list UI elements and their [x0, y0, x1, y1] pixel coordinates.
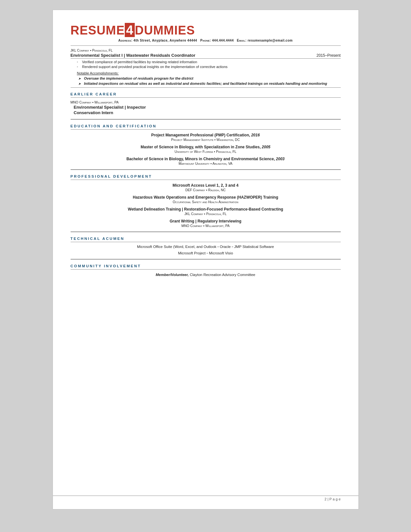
address-value: 4th Street, Anyplace, Anywhere 44444 — [133, 39, 197, 42]
notable-label: Notable Accomplishments: — [77, 71, 341, 75]
edu-institution-2: University of West Florida ▪ Pensacola, … — [71, 150, 341, 153]
phone-label: Phone: — [200, 39, 211, 42]
logo-part1: Resume — [71, 24, 125, 37]
education-header: Education and Certification — [71, 124, 341, 128]
email-label: Email: — [237, 39, 247, 42]
dev-title-4: Grant Writing | Regulatory Interviewing — [71, 219, 341, 223]
logo-part2: Dummies — [135, 24, 195, 37]
earlier-career-divider — [71, 87, 341, 88]
edu-degree-3: Bachelor of Science in Biology, Minors i… — [71, 157, 341, 161]
accomplishment-1: Oversaw the implementation of residuals … — [78, 76, 341, 80]
earlier-role-2: Conservation Intern — [74, 110, 341, 115]
community-divider-bottom — [71, 269, 341, 270]
edu-entry-3: Bachelor of Science in Biology, Minors i… — [71, 157, 341, 165]
community-divider — [71, 259, 341, 260]
job-title: Environmental Specialist I | Wastewater … — [71, 53, 195, 58]
education-divider-bottom — [71, 129, 341, 130]
tech-divider — [71, 232, 341, 232]
earlier-company: MNO Company ▪ Williamsport, PA — [71, 100, 341, 104]
dev-org-2: Occupational Safety and Health Administr… — [71, 200, 341, 204]
job-date: 2015–Present — [317, 53, 341, 58]
profdev-divider-bottom — [71, 180, 341, 180]
community-text: Member/Volunteer, Clayton Recreation Adv… — [71, 273, 341, 277]
edu-entry-2: Master of Science in Biology, with Speci… — [71, 145, 341, 153]
dev-entry-2: Hazardous Waste Operations and Emergency… — [71, 195, 341, 204]
bullet-item-1: Verified compliance of permitted facilit… — [77, 60, 341, 64]
page-footer: 2 | P a g e — [53, 496, 358, 501]
tech-line-1: Microsoft Office Suite (Word, Excel, and… — [71, 245, 341, 249]
resume-page: Resume4Dummies Address: 4th Street, Anyp… — [53, 10, 359, 509]
tech-line-2: Microsoft Project ▫ Microsoft Visio — [71, 251, 341, 255]
bullet-item-2: Rendered support and provided practical … — [77, 65, 341, 69]
community-header: Community Involvement — [71, 264, 341, 268]
address-line: Address: 4th Street, Anyplace, Anywhere … — [71, 39, 341, 42]
logo: Resume4Dummies — [71, 24, 195, 37]
bullet-list: Verified compliance of permitted facilit… — [77, 60, 341, 69]
education-divider — [71, 119, 341, 120]
accomplishments-list: Oversaw the implementation of residuals … — [78, 76, 341, 85]
job-title-row: Environmental Specialist I | Wastewater … — [71, 53, 341, 59]
top-divider — [71, 45, 341, 46]
current-company: JKL Company ▪ Pensacola, FL — [71, 48, 341, 52]
address-label: Address: — [118, 39, 132, 42]
dev-title-3: Wetland Delineation Training | Restorati… — [71, 207, 341, 212]
dev-entry-1: Microsoft Access Level 1, 2, 3 and 4 DEF… — [71, 183, 341, 192]
dev-org-1: DEF Company ▪ Raleigh, NC — [71, 188, 341, 192]
edu-institution-1: Project Management Institute ▪ Washingto… — [71, 138, 341, 142]
tech-header: Technical Acumen — [71, 237, 341, 241]
edu-entry-1: Project Management Professional (PMP) Ce… — [71, 133, 341, 142]
tech-divider-bottom — [71, 242, 341, 242]
page-number: 2 | P a g e — [325, 497, 341, 501]
edu-degree-1: Project Management Professional (PMP) Ce… — [71, 133, 341, 137]
logo-area: Resume4Dummies — [71, 23, 341, 37]
profdev-header: Professional Development — [71, 174, 341, 178]
edu-degree-2: Master of Science in Biology, with Speci… — [71, 145, 341, 149]
dev-title-2: Hazardous Waste Operations and Emergency… — [71, 195, 341, 200]
dev-org-3: JKL Company ▪ Pensacola, FL — [71, 212, 341, 216]
accomplishment-2: Initiated inspections on residual sites … — [78, 82, 341, 85]
dev-entry-4: Grant Writing | Regulatory Interviewing … — [71, 219, 341, 228]
earlier-career-header: Earlier Career — [71, 92, 341, 96]
edu-institution-3: Marymount University ▪ Arlington, VA — [71, 162, 341, 165]
earlier-career-divider-bottom — [71, 97, 341, 98]
phone-value: 444.444.4444 — [212, 39, 234, 42]
profdev-divider — [71, 169, 341, 170]
dev-org-4: MNO Company ▪ Williamsport, PA — [71, 224, 341, 228]
dev-entry-3: Wetland Delineation Training | Restorati… — [71, 207, 341, 216]
logo-four: 4 — [125, 23, 135, 37]
earlier-role-1: Environmental Specialist | Inspector — [74, 105, 341, 110]
email-value: resumesample@email.com — [248, 39, 293, 42]
dev-title-1: Microsoft Access Level 1, 2, 3 and 4 — [71, 183, 341, 188]
